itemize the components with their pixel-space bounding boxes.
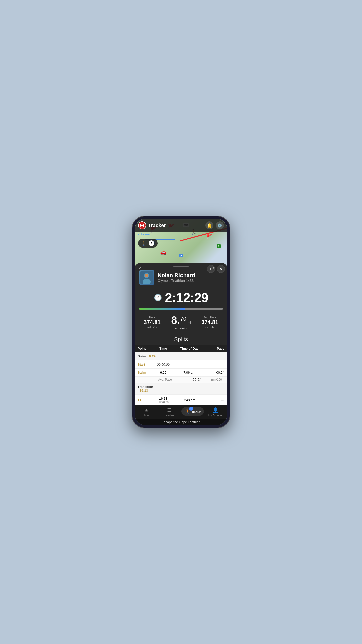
nav-label-leaders: Leaders — [164, 414, 174, 417]
progress-bar-fill — [139, 308, 185, 310]
timer-row: 🕐 2:12:29 — [135, 288, 227, 306]
col-time: Time — [152, 345, 174, 352]
svg-point-5 — [145, 274, 148, 277]
pace-unit: miles/hr — [139, 326, 165, 329]
panel-actions: ⬆ ✕ — [207, 265, 225, 273]
tracker-active-bg: 🚶 4 Tracker — [181, 407, 204, 416]
avg-pace-block: Avg. Pace 374.81 miles/hr — [197, 316, 223, 329]
start-time: 00:00:00 — [152, 360, 174, 369]
nav-item-account[interactable]: 👤 My Account — [204, 407, 227, 417]
map-parking-2: P — [179, 254, 183, 257]
swim-avg-label: Avg. Pace — [135, 377, 174, 383]
clock-icon: 🕐 — [154, 294, 162, 302]
nav-item-tracker[interactable]: 🚶 4 Tracker — [181, 407, 204, 416]
t1-tod: 7:48 am — [174, 395, 204, 406]
athlete-name: Nolan Richard — [158, 272, 223, 279]
map-marker-1: 1 — [217, 244, 221, 248]
distance-decimal: 70 — [180, 314, 186, 322]
progress-bar-container — [139, 308, 223, 310]
distance-unit: mi — [187, 321, 191, 325]
start-point: Start — [135, 360, 152, 369]
tracker-count: 4 — [149, 240, 154, 246]
athlete-event: Olympic Triathlon 1433 — [158, 279, 223, 283]
t1-point: T1 — [135, 395, 152, 406]
t1-time-sub: 00:48:38 — [155, 400, 172, 404]
panel-handle — [173, 266, 189, 267]
swim-avg-bold: 00:24 — [193, 378, 202, 382]
info-icon: ⊞ — [144, 407, 149, 413]
nav-label-info: Info — [144, 414, 149, 417]
share-button[interactable]: ⬆ — [207, 265, 215, 273]
avg-pace-value: 374.81 — [197, 319, 223, 326]
tracker-nav-badge: 4 — [189, 407, 193, 411]
swim-label: Swim — [138, 354, 146, 358]
col-point: Point — [135, 345, 152, 352]
notification-icon[interactable]: 🔔 — [205, 221, 213, 229]
pace-value: 374.81 — [139, 319, 165, 326]
tracker-icon-wrap: 🚶 4 — [184, 408, 191, 414]
splits-table: Point Time Time of Day Pace Swim 6:29 — [135, 345, 227, 406]
avg-pace-label: Avg. Pace — [197, 316, 223, 319]
swim-avg-unit: min/100m — [204, 377, 227, 383]
athlete-avatar — [139, 270, 154, 285]
splits-title: Splits — [135, 334, 227, 345]
settings-icon[interactable]: ⚙️ — [216, 221, 224, 229]
start-tod — [174, 360, 204, 369]
t1-time: 16:13 00:48:38 — [152, 395, 174, 406]
swim-avg-pace-row: Avg. Pace 00:24 min/100m — [135, 377, 227, 383]
pace-label: Pace — [139, 316, 165, 319]
distance-sub: remaining — [165, 326, 197, 330]
svg-rect-1 — [141, 225, 143, 226]
pace-block: Pace 374.81 miles/hr — [139, 316, 165, 329]
nav-item-info[interactable]: ⊞ Info — [135, 407, 158, 417]
nav-label-account: My Account — [208, 414, 223, 417]
transition-label-cell: Transition 16:13 — [135, 383, 227, 395]
col-time-of-day: Time of Day — [174, 345, 204, 352]
footer-text: Escape the Cape Triathlon — [162, 420, 200, 424]
walker-icon: 🚶 — [142, 241, 147, 246]
main-panel: ‹ › ⬆ ✕ — [135, 263, 227, 412]
start-row: Start 00:00:00 --- — [135, 360, 227, 369]
transition-label: Transition — [138, 385, 153, 389]
header-bar: Tracker 🔔 ⚙️ — [135, 219, 227, 232]
avg-pace-unit: miles/hr — [197, 326, 223, 329]
t1-time-val: 16:13 — [155, 397, 172, 400]
header-title: Tracker — [148, 223, 205, 228]
map-flag-3: 🚩 — [206, 234, 212, 239]
distance-block: 8.70 mi remaining — [165, 314, 197, 330]
swim-row: Swim 6:29 7:06 am 00:24 — [135, 369, 227, 377]
map-car: 🚗 — [160, 249, 166, 255]
leaders-icon: ☰ — [167, 407, 172, 413]
stats-row: Pace 374.81 miles/hr 8.70 mi remaining A… — [135, 312, 227, 334]
t1-pace: --- — [204, 395, 227, 406]
splits-header-row: Point Time Time of Day Pace — [135, 345, 227, 352]
account-icon: 👤 — [212, 407, 219, 413]
swim-time: 6:29 — [149, 354, 156, 358]
swim-section-header: Swim 6:29 — [135, 352, 227, 360]
transition-time: 16:13 — [140, 389, 224, 392]
app-logo — [138, 221, 146, 229]
swim-avg-value: 00:24 — [174, 377, 204, 383]
panel-nav-left[interactable]: ‹ — [139, 265, 141, 271]
col-pace: Pace — [204, 345, 227, 352]
swim-section-label: Swim 6:29 — [135, 352, 227, 360]
swim-time-val: 6:29 — [152, 369, 174, 377]
swim-point: Swim — [135, 369, 152, 377]
swim-pace: 00:24 — [204, 369, 227, 377]
swim-tod: 7:06 am — [174, 369, 204, 377]
athlete-info: Nolan Richard Olympic Triathlon 1433 — [158, 272, 223, 283]
close-button[interactable]: ✕ — [217, 265, 225, 273]
nav-item-leaders[interactable]: ☰ Leaders — [158, 407, 181, 417]
tracker-badge[interactable]: 🚶 4 — [138, 239, 158, 248]
panel-handle-row: ‹ › ⬆ ✕ — [135, 263, 227, 268]
timer-value: 2:12:29 — [165, 290, 208, 305]
home-link[interactable]: < Home — [138, 232, 150, 236]
footer-bar: Escape the Cape Triathlon — [135, 419, 227, 425]
header-icons: 🔔 ⚙️ — [205, 221, 224, 229]
distance-value: 8. — [171, 314, 180, 326]
nav-label-tracker: Tracker — [192, 410, 201, 413]
t1-row: T1 16:13 00:48:38 7:48 am --- — [135, 395, 227, 406]
transition-section-header: Transition 16:13 — [135, 383, 227, 395]
start-pace: --- — [204, 360, 227, 369]
